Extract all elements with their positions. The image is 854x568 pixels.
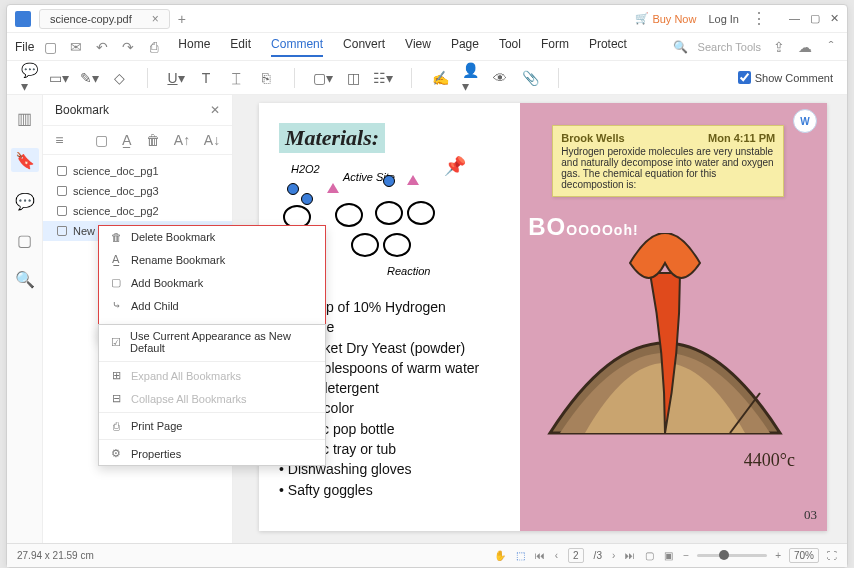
- print-icon[interactable]: ⎙: [146, 39, 162, 55]
- page-input[interactable]: 2: [568, 548, 584, 563]
- attachments-rail-icon[interactable]: ▢: [17, 231, 32, 250]
- close-window-button[interactable]: ✕: [830, 12, 839, 25]
- redo-icon[interactable]: ↷: [120, 39, 136, 55]
- note-author: Brook Wells: [561, 132, 624, 144]
- expand-all-icon[interactable]: ≡: [55, 132, 64, 148]
- note-tool-icon[interactable]: 💬▾: [21, 70, 37, 86]
- bookmark-rail-icon[interactable]: 🔖: [11, 148, 39, 172]
- login-link[interactable]: Log In: [708, 13, 739, 25]
- zoom-slider[interactable]: [697, 554, 767, 557]
- single-page-icon[interactable]: ▢: [645, 550, 654, 561]
- show-comment-toggle[interactable]: Show Comment: [738, 71, 833, 84]
- font-decrease-icon[interactable]: A↓: [204, 132, 220, 148]
- prev-page-icon[interactable]: ‹: [555, 550, 558, 561]
- delete-bookmark-icon[interactable]: 🗑: [146, 132, 160, 148]
- buy-now-link[interactable]: 🛒 Buy Now: [635, 12, 696, 25]
- minimize-button[interactable]: —: [789, 12, 800, 25]
- zoom-in-icon[interactable]: +: [775, 550, 781, 561]
- highlight-tool-icon[interactable]: ▭▾: [51, 70, 67, 86]
- list-item: Safty goggles: [279, 480, 500, 500]
- ctx-add-bookmark[interactable]: ▢Add Bookmark: [99, 271, 325, 294]
- zoom-value[interactable]: 70%: [789, 548, 819, 563]
- mail-icon[interactable]: ✉: [68, 39, 84, 55]
- bookmark-context-menu-lower[interactable]: ☑Use Current Appearance as New Default ⊞…: [98, 324, 326, 466]
- stamp2-tool-icon[interactable]: 👤▾: [462, 70, 478, 86]
- next-page-icon[interactable]: ›: [612, 550, 615, 561]
- statusbar: 27.94 x 21.59 cm ✋ ⬚ ⏮ ‹ 2 /3 › ⏭ ▢ ▣ − …: [7, 543, 847, 567]
- tab-convert[interactable]: Convert: [343, 37, 385, 57]
- tab-protect[interactable]: Protect: [589, 37, 627, 57]
- kebab-icon[interactable]: ⋮: [751, 9, 767, 28]
- ctx-use-appearance[interactable]: ☑Use Current Appearance as New Default: [99, 325, 325, 359]
- search-rail-icon[interactable]: 🔍: [15, 270, 35, 289]
- ctx-delete-bookmark[interactable]: 🗑Delete Bookmark: [99, 226, 325, 248]
- ctx-expand-all: ⊞Expand All Bookmarks: [99, 364, 325, 387]
- close-panel-icon[interactable]: ✕: [210, 103, 220, 117]
- note-time: Mon 4:11 PM: [708, 132, 775, 144]
- mol-label-reaction: Reaction: [387, 265, 430, 277]
- ctx-add-child[interactable]: ⤷Add Child: [99, 294, 325, 317]
- bookmark-header: Bookmark ✕: [43, 95, 232, 126]
- app-icon: [15, 11, 31, 27]
- word-badge-icon[interactable]: W: [793, 109, 817, 133]
- titlebar: science-copy.pdf × + 🛒 Buy Now Log In ⋮ …: [7, 5, 847, 33]
- file-menu[interactable]: File: [15, 40, 34, 54]
- bookmark-item[interactable]: science_doc_pg3: [43, 181, 232, 201]
- tab-edit[interactable]: Edit: [230, 37, 251, 57]
- share-icon[interactable]: ⇪: [771, 39, 787, 55]
- pencil-tool-icon[interactable]: ✎▾: [81, 70, 97, 86]
- rename-bookmark-icon[interactable]: A̲: [122, 132, 132, 148]
- bookmark-item[interactable]: science_doc_pg2: [43, 201, 232, 221]
- search-icon[interactable]: 🔍: [673, 40, 688, 54]
- close-tab-icon[interactable]: ×: [152, 12, 159, 26]
- thumbnails-icon[interactable]: ▥: [17, 109, 32, 128]
- ctx-print-page[interactable]: ⎙Print Page: [99, 415, 325, 437]
- menubar: File ▢ ✉ ↶ ↷ ⎙ Home Edit Comment Convert…: [7, 33, 847, 61]
- first-page-icon[interactable]: ⏮: [535, 550, 545, 561]
- tab-comment[interactable]: Comment: [271, 37, 323, 57]
- two-page-icon[interactable]: ▣: [664, 550, 673, 561]
- tab-home[interactable]: Home: [178, 37, 210, 57]
- shape-tool-icon[interactable]: ▢▾: [315, 70, 331, 86]
- hand-tool-icon[interactable]: ✋: [494, 550, 506, 561]
- maximize-button[interactable]: ▢: [810, 12, 820, 25]
- tab-form[interactable]: Form: [541, 37, 569, 57]
- bookmark-item[interactable]: science_doc_pg1: [43, 161, 232, 181]
- textbox-tool-icon[interactable]: ⌶: [228, 70, 244, 86]
- stamp-tool-icon[interactable]: ◫: [345, 70, 361, 86]
- ctx-rename-bookmark[interactable]: A̲Rename Bookmark: [99, 248, 325, 271]
- tab-view[interactable]: View: [405, 37, 431, 57]
- font-increase-icon[interactable]: A↑: [174, 132, 190, 148]
- select-tool-icon[interactable]: ⬚: [516, 550, 525, 561]
- bookmark-icon: [57, 226, 67, 236]
- sticky-note[interactable]: Brook Wells Mon 4:11 PM Hydrogen peroxid…: [552, 125, 784, 197]
- add-bookmark-icon[interactable]: ▢: [95, 132, 108, 148]
- tab-page[interactable]: Page: [451, 37, 479, 57]
- comments-rail-icon[interactable]: 💬: [15, 192, 35, 211]
- undo-icon[interactable]: ↶: [94, 39, 110, 55]
- new-tab-button[interactable]: +: [178, 11, 186, 27]
- attach-icon[interactable]: 📎: [522, 70, 538, 86]
- tab-tool[interactable]: Tool: [499, 37, 521, 57]
- fit-page-icon[interactable]: ⛶: [827, 550, 837, 561]
- document-tab[interactable]: science-copy.pdf ×: [39, 9, 170, 29]
- measure-tool-icon[interactable]: ☷▾: [375, 70, 391, 86]
- show-comment-checkbox[interactable]: [738, 71, 751, 84]
- bookmark-icon: [57, 206, 67, 216]
- ctx-properties[interactable]: ⚙Properties: [99, 442, 325, 465]
- ctx-collapse-all: ⊟Collapse All Bookmarks: [99, 387, 325, 410]
- save-icon[interactable]: ▢: [42, 39, 58, 55]
- collapse-icon: ⊟: [109, 392, 123, 405]
- hide-tool-icon[interactable]: 👁: [492, 70, 508, 86]
- zoom-out-icon[interactable]: −: [683, 550, 689, 561]
- text-tool-icon[interactable]: T: [198, 70, 214, 86]
- cloud-icon[interactable]: ☁: [797, 39, 813, 55]
- last-page-icon[interactable]: ⏭: [625, 550, 635, 561]
- bookmark-icon: [57, 166, 67, 176]
- sign-tool-icon[interactable]: ✍: [432, 70, 448, 86]
- underline-icon[interactable]: U▾: [168, 70, 184, 86]
- callout-tool-icon[interactable]: ⎘: [258, 70, 274, 86]
- eraser-tool-icon[interactable]: ◇: [111, 70, 127, 86]
- search-input[interactable]: Search Tools: [698, 41, 761, 53]
- collapse-ribbon-icon[interactable]: ˆ: [823, 39, 839, 55]
